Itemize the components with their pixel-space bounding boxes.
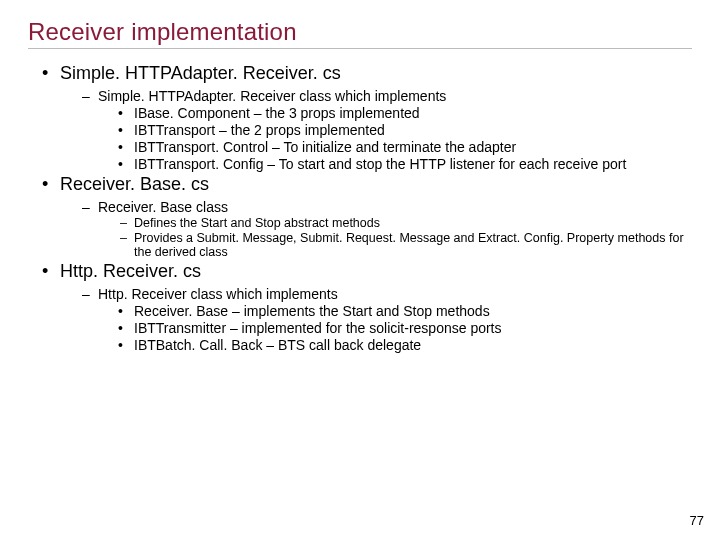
list-item: IBTTransport – the 2 props implemented (118, 122, 692, 138)
section-3-heading: Http. Receiver. cs (60, 261, 201, 281)
list-item: Receiver. Base – implements the Start an… (118, 303, 692, 319)
section-3-sub-text: Http. Receiver class which implements (98, 286, 338, 302)
section-2-sub-text: Receiver. Base class (98, 199, 228, 215)
slide-title: Receiver implementation (28, 18, 692, 49)
list-item: Defines the Start and Stop abstract meth… (120, 216, 692, 230)
section-1-sub-text: Simple. HTTPAdapter. Receiver class whic… (98, 88, 446, 104)
section-2-sub: Receiver. Base class Defines the Start a… (82, 199, 692, 259)
list-item: IBTTransport. Config – To start and stop… (118, 156, 692, 172)
section-2-heading: Receiver. Base. cs (60, 174, 209, 194)
section-3: Http. Receiver. cs Http. Receiver class … (42, 261, 692, 353)
section-2: Receiver. Base. cs Receiver. Base class … (42, 174, 692, 259)
section-1: Simple. HTTPAdapter. Receiver. cs Simple… (42, 63, 692, 172)
bullet-list: Simple. HTTPAdapter. Receiver. cs Simple… (28, 63, 692, 353)
list-item: IBTBatch. Call. Back – BTS call back del… (118, 337, 692, 353)
section-3-sub: Http. Receiver class which implements Re… (82, 286, 692, 353)
page-number: 77 (690, 513, 704, 528)
list-item: IBTTransmitter – implemented for the sol… (118, 320, 692, 336)
list-item: Provides a Submit. Message, Submit. Requ… (120, 231, 692, 259)
section-1-heading: Simple. HTTPAdapter. Receiver. cs (60, 63, 341, 83)
list-item: IBase. Component – the 3 props implement… (118, 105, 692, 121)
list-item: IBTTransport. Control – To initialize an… (118, 139, 692, 155)
section-1-sub: Simple. HTTPAdapter. Receiver class whic… (82, 88, 692, 172)
